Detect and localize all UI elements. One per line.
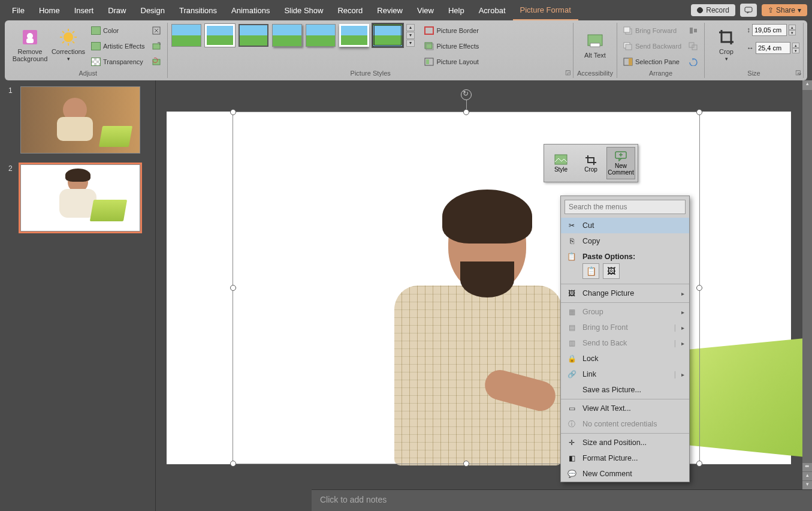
reset-picture-button[interactable] <box>149 55 164 68</box>
send-back-icon: ▥ <box>567 338 576 348</box>
svg-rect-22 <box>590 43 600 47</box>
style-thumb-7[interactable] <box>373 24 403 47</box>
canvas-area[interactable]: Style Crop New Comment Search the menus … <box>156 80 812 511</box>
context-cut[interactable]: ✂Cut <box>561 218 689 233</box>
rotate-handle[interactable] <box>461 89 472 100</box>
remove-background-label: Remove Background <box>12 48 48 62</box>
width-spinner[interactable]: ▴▾ <box>792 43 799 53</box>
transparency-icon <box>91 58 101 66</box>
styles-dialog-launcher[interactable]: ◲ <box>565 69 570 76</box>
no-credentials-label: No content credentials <box>582 420 657 428</box>
prev-slide-icon[interactable]: ▴ <box>802 472 812 480</box>
context-link[interactable]: 🔗Link|▸ <box>561 366 689 382</box>
style-thumb-5[interactable] <box>306 24 336 47</box>
context-view-alt-text[interactable]: ▭View Alt Text... <box>561 401 689 416</box>
size-position-icon: ✛ <box>567 438 576 447</box>
slide-number-2: 2 <box>8 164 16 232</box>
tab-home[interactable]: Home <box>32 1 67 20</box>
handle-e[interactable] <box>696 285 702 291</box>
align-button[interactable] <box>686 24 701 37</box>
artistic-effects-button[interactable]: Artistic Effects <box>89 40 147 53</box>
tab-insert[interactable]: Insert <box>67 1 101 20</box>
paste-option-2[interactable]: 🖼 <box>603 263 620 279</box>
slide-thumb-2[interactable] <box>20 164 140 232</box>
height-spinner[interactable]: ▴▾ <box>789 25 796 35</box>
change-picture-button[interactable] <box>149 40 164 53</box>
context-copy[interactable]: ⎘Copy <box>561 233 689 249</box>
transparency-button[interactable]: Transparency <box>89 55 147 68</box>
mini-new-comment-button[interactable]: New Comment <box>606 147 635 179</box>
tab-acrobat[interactable]: Acrobat <box>472 1 513 20</box>
svg-rect-28 <box>629 58 632 65</box>
style-thumb-2[interactable] <box>205 24 235 47</box>
tab-record[interactable]: Record <box>330 1 370 20</box>
compress-pictures-button[interactable] <box>149 24 164 37</box>
selection-pane-button[interactable]: Selection Pane <box>621 55 684 68</box>
mini-style-button[interactable]: Style <box>547 147 575 179</box>
style-thumb-4[interactable] <box>272 24 302 47</box>
context-cut-label: Cut <box>582 221 594 230</box>
style-thumb-3[interactable] <box>239 24 268 47</box>
handle-n[interactable] <box>463 109 469 115</box>
handle-s[interactable] <box>463 461 469 467</box>
bring-front-label: Bring to Front <box>582 323 628 332</box>
context-save-as-picture[interactable]: Save as Picture... <box>561 382 689 398</box>
context-search-input[interactable]: Search the menus <box>565 200 686 214</box>
vertical-scrollbar[interactable]: ▴ ⬌ ▴ ▾ <box>802 80 812 489</box>
context-new-comment[interactable]: 💬New Comment <box>561 466 689 482</box>
tab-transitions[interactable]: Transitions <box>172 1 224 20</box>
picture-layout-button[interactable]: Picture Layout <box>422 55 481 68</box>
width-input[interactable] <box>756 42 790 54</box>
handle-w[interactable] <box>230 285 236 291</box>
collapse-ribbon-icon[interactable]: ⌄ <box>797 69 802 77</box>
comments-icon[interactable] <box>740 4 757 17</box>
tab-view[interactable]: View <box>410 1 441 20</box>
handle-ne[interactable] <box>696 109 702 115</box>
height-input[interactable] <box>752 24 787 36</box>
context-change-picture[interactable]: 🖼Change Picture▸ <box>561 285 689 301</box>
picture-styles-gallery[interactable]: ▴▾▾ <box>171 24 415 47</box>
slide-thumb-1[interactable] <box>20 86 140 154</box>
scroll-up-icon[interactable]: ▴ <box>802 80 812 90</box>
alt-text-button[interactable]: Alt Text <box>577 24 613 66</box>
context-send-back: ▥Send to Back|▸ <box>561 335 689 351</box>
tab-help[interactable]: Help <box>441 1 472 20</box>
tab-file[interactable]: File <box>5 1 32 20</box>
notes-area[interactable]: Click to add notes <box>312 489 812 511</box>
slide-panel[interactable]: 1 2 <box>0 80 156 511</box>
style-thumb-1[interactable] <box>171 24 201 47</box>
mini-crop-button[interactable]: Crop <box>576 147 605 179</box>
tab-slideshow[interactable]: Slide Show <box>277 1 330 20</box>
picture-effects-button[interactable]: Picture Effects <box>422 40 481 53</box>
share-button[interactable]: ⇪Share▾ <box>762 4 807 16</box>
paste-option-1[interactable]: 📋 <box>582 263 599 279</box>
tab-review[interactable]: Review <box>370 1 410 20</box>
color-button[interactable]: Color <box>89 24 147 37</box>
tab-animations[interactable]: Animations <box>224 1 277 20</box>
corrections-button[interactable]: Corrections ▾ <box>50 24 86 66</box>
picture-border-button[interactable]: Picture Border <box>422 24 481 37</box>
tab-picture-format[interactable]: Picture Format <box>513 1 578 20</box>
width-icon: ↔ <box>747 44 754 52</box>
context-format-picture[interactable]: ◧Format Picture... <box>561 450 689 466</box>
context-lock[interactable]: 🔒Lock <box>561 351 689 366</box>
picture-layout-icon <box>424 58 434 66</box>
lock-label: Lock <box>582 354 598 363</box>
crop-button[interactable]: Crop ▾ <box>708 24 744 66</box>
style-thumb-6[interactable] <box>339 24 369 47</box>
rotate-button[interactable] <box>686 55 701 68</box>
next-slide-icon[interactable]: ▾ <box>802 481 812 489</box>
gallery-scroll[interactable]: ▴▾▾ <box>406 24 415 47</box>
handle-nw[interactable] <box>230 109 236 115</box>
handle-se[interactable] <box>696 461 702 467</box>
context-size-position[interactable]: ✛Size and Position... <box>561 435 689 450</box>
record-button[interactable]: Record <box>691 4 735 16</box>
handle-sw[interactable] <box>230 461 236 467</box>
save-as-picture-label: Save as Picture... <box>582 386 641 394</box>
remove-background-button[interactable]: Remove Background <box>12 24 48 66</box>
tab-design[interactable]: Design <box>134 1 172 20</box>
fit-icon[interactable]: ⬌ <box>802 463 812 471</box>
tab-draw[interactable]: Draw <box>101 1 133 20</box>
svg-rect-33 <box>555 155 567 164</box>
bring-forward-icon <box>623 26 633 35</box>
